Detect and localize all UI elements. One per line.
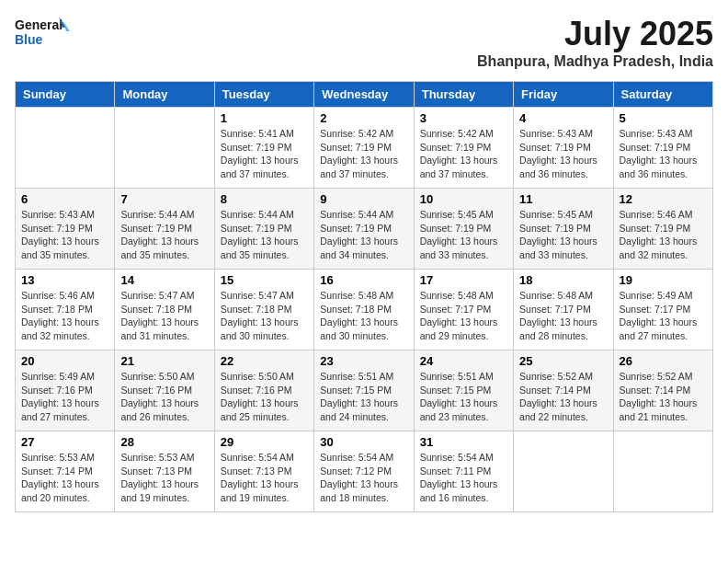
calendar-cell: 11Sunrise: 5:45 AMSunset: 7:19 PMDayligh… [514, 189, 613, 270]
calendar-cell: 12Sunrise: 5:46 AMSunset: 7:19 PMDayligh… [613, 189, 712, 270]
calendar-cell: 17Sunrise: 5:48 AMSunset: 7:17 PMDayligh… [414, 270, 513, 350]
day-info: Sunrise: 5:44 AMSunset: 7:19 PMDaylight:… [120, 208, 208, 262]
calendar-cell: 24Sunrise: 5:51 AMSunset: 7:15 PMDayligh… [414, 350, 513, 431]
calendar-cell: 16Sunrise: 5:48 AMSunset: 7:18 PMDayligh… [314, 270, 414, 350]
day-info: Sunrise: 5:44 AMSunset: 7:19 PMDaylight:… [221, 208, 308, 262]
logo: General Blue [15, 15, 70, 55]
calendar-cell [613, 431, 712, 512]
calendar-cell: 15Sunrise: 5:47 AMSunset: 7:18 PMDayligh… [214, 270, 313, 350]
day-info: Sunrise: 5:45 AMSunset: 7:19 PMDaylight:… [420, 208, 507, 262]
header-tuesday: Tuesday [214, 82, 313, 108]
calendar-week-1: 1Sunrise: 5:41 AMSunset: 7:19 PMDaylight… [16, 108, 713, 189]
calendar-header-row: Sunday Monday Tuesday Wednesday Thursday… [16, 82, 713, 108]
calendar-cell: 8Sunrise: 5:44 AMSunset: 7:19 PMDaylight… [214, 189, 313, 270]
day-number: 20 [21, 354, 108, 368]
calendar-cell: 5Sunrise: 5:43 AMSunset: 7:19 PMDaylight… [613, 108, 712, 189]
day-info: Sunrise: 5:51 AMSunset: 7:15 PMDaylight:… [420, 370, 507, 424]
day-info: Sunrise: 5:45 AMSunset: 7:19 PMDaylight:… [519, 208, 607, 262]
day-info: Sunrise: 5:52 AMSunset: 7:14 PMDaylight:… [519, 370, 607, 424]
header-friday: Friday [514, 82, 613, 108]
day-info: Sunrise: 5:54 AMSunset: 7:11 PMDaylight:… [420, 451, 507, 505]
logo-svg: General Blue [15, 15, 70, 55]
day-info: Sunrise: 5:48 AMSunset: 7:17 PMDaylight:… [420, 289, 507, 343]
day-number: 12 [620, 192, 707, 206]
title-section: July 2025 Bhanpura, Madhya Pradesh, Indi… [477, 15, 713, 70]
calendar-cell [16, 108, 115, 189]
location-subtitle: Bhanpura, Madhya Pradesh, India [477, 53, 713, 70]
calendar-table: Sunday Monday Tuesday Wednesday Thursday… [15, 81, 713, 512]
day-number: 3 [420, 111, 507, 125]
day-info: Sunrise: 5:47 AMSunset: 7:18 PMDaylight:… [221, 289, 308, 343]
calendar-cell: 10Sunrise: 5:45 AMSunset: 7:19 PMDayligh… [414, 189, 513, 270]
day-number: 29 [221, 435, 308, 449]
day-number: 8 [221, 192, 308, 206]
day-info: Sunrise: 5:43 AMSunset: 7:19 PMDaylight:… [519, 127, 607, 181]
day-info: Sunrise: 5:48 AMSunset: 7:17 PMDaylight:… [519, 289, 607, 343]
day-number: 28 [120, 435, 208, 449]
day-info: Sunrise: 5:49 AMSunset: 7:17 PMDaylight:… [620, 289, 707, 343]
day-number: 23 [320, 354, 407, 368]
day-number: 7 [120, 192, 208, 206]
calendar-cell: 21Sunrise: 5:50 AMSunset: 7:16 PMDayligh… [115, 350, 214, 431]
day-number: 4 [519, 111, 607, 125]
calendar-cell: 23Sunrise: 5:51 AMSunset: 7:15 PMDayligh… [314, 350, 414, 431]
header-monday: Monday [115, 82, 214, 108]
day-info: Sunrise: 5:42 AMSunset: 7:19 PMDaylight:… [420, 127, 507, 181]
day-info: Sunrise: 5:53 AMSunset: 7:14 PMDaylight:… [21, 451, 108, 505]
calendar-cell: 7Sunrise: 5:44 AMSunset: 7:19 PMDaylight… [115, 189, 214, 270]
day-number: 22 [221, 354, 308, 368]
calendar-cell: 31Sunrise: 5:54 AMSunset: 7:11 PMDayligh… [414, 431, 513, 512]
calendar-cell: 6Sunrise: 5:43 AMSunset: 7:19 PMDaylight… [16, 189, 115, 270]
calendar-cell: 27Sunrise: 5:53 AMSunset: 7:14 PMDayligh… [16, 431, 115, 512]
calendar-cell: 25Sunrise: 5:52 AMSunset: 7:14 PMDayligh… [514, 350, 613, 431]
calendar-cell: 19Sunrise: 5:49 AMSunset: 7:17 PMDayligh… [613, 270, 712, 350]
day-info: Sunrise: 5:44 AMSunset: 7:19 PMDaylight:… [320, 208, 407, 262]
day-info: Sunrise: 5:42 AMSunset: 7:19 PMDaylight:… [320, 127, 407, 181]
header-sunday: Sunday [16, 82, 115, 108]
day-info: Sunrise: 5:54 AMSunset: 7:13 PMDaylight:… [221, 451, 308, 505]
calendar-cell: 29Sunrise: 5:54 AMSunset: 7:13 PMDayligh… [214, 431, 313, 512]
day-number: 2 [320, 111, 407, 125]
day-number: 13 [21, 273, 108, 287]
calendar-cell: 22Sunrise: 5:50 AMSunset: 7:16 PMDayligh… [214, 350, 313, 431]
month-year-title: July 2025 [477, 15, 713, 53]
calendar-cell: 20Sunrise: 5:49 AMSunset: 7:16 PMDayligh… [16, 350, 115, 431]
calendar-week-4: 20Sunrise: 5:49 AMSunset: 7:16 PMDayligh… [16, 350, 713, 431]
calendar-cell: 3Sunrise: 5:42 AMSunset: 7:19 PMDaylight… [414, 108, 513, 189]
day-number: 1 [221, 111, 308, 125]
day-info: Sunrise: 5:53 AMSunset: 7:13 PMDaylight:… [120, 451, 208, 505]
calendar-cell [514, 431, 613, 512]
day-info: Sunrise: 5:54 AMSunset: 7:12 PMDaylight:… [320, 451, 407, 505]
day-number: 18 [519, 273, 607, 287]
calendar-cell: 30Sunrise: 5:54 AMSunset: 7:12 PMDayligh… [314, 431, 414, 512]
header-wednesday: Wednesday [314, 82, 414, 108]
page-header: General Blue July 2025 Bhanpura, Madhya … [15, 15, 713, 70]
day-info: Sunrise: 5:43 AMSunset: 7:19 PMDaylight:… [620, 127, 707, 181]
calendar-cell: 13Sunrise: 5:46 AMSunset: 7:18 PMDayligh… [16, 270, 115, 350]
day-info: Sunrise: 5:46 AMSunset: 7:19 PMDaylight:… [620, 208, 707, 262]
day-info: Sunrise: 5:52 AMSunset: 7:14 PMDaylight:… [620, 370, 707, 424]
day-info: Sunrise: 5:50 AMSunset: 7:16 PMDaylight:… [120, 370, 208, 424]
calendar-cell: 2Sunrise: 5:42 AMSunset: 7:19 PMDaylight… [314, 108, 414, 189]
day-number: 21 [120, 354, 208, 368]
day-number: 10 [420, 192, 507, 206]
calendar-week-5: 27Sunrise: 5:53 AMSunset: 7:14 PMDayligh… [16, 431, 713, 512]
day-number: 15 [221, 273, 308, 287]
day-info: Sunrise: 5:41 AMSunset: 7:19 PMDaylight:… [221, 127, 308, 181]
day-number: 16 [320, 273, 407, 287]
day-number: 6 [21, 192, 108, 206]
calendar-cell: 18Sunrise: 5:48 AMSunset: 7:17 PMDayligh… [514, 270, 613, 350]
day-info: Sunrise: 5:49 AMSunset: 7:16 PMDaylight:… [21, 370, 108, 424]
day-number: 24 [420, 354, 507, 368]
header-saturday: Saturday [613, 82, 712, 108]
svg-text:General: General [15, 17, 63, 32]
day-number: 9 [320, 192, 407, 206]
calendar-cell [115, 108, 214, 189]
day-number: 31 [420, 435, 507, 449]
day-info: Sunrise: 5:48 AMSunset: 7:18 PMDaylight:… [320, 289, 407, 343]
day-info: Sunrise: 5:43 AMSunset: 7:19 PMDaylight:… [21, 208, 108, 262]
day-number: 5 [620, 111, 707, 125]
calendar-cell: 4Sunrise: 5:43 AMSunset: 7:19 PMDaylight… [514, 108, 613, 189]
calendar-week-3: 13Sunrise: 5:46 AMSunset: 7:18 PMDayligh… [16, 270, 713, 350]
calendar-week-2: 6Sunrise: 5:43 AMSunset: 7:19 PMDaylight… [16, 189, 713, 270]
